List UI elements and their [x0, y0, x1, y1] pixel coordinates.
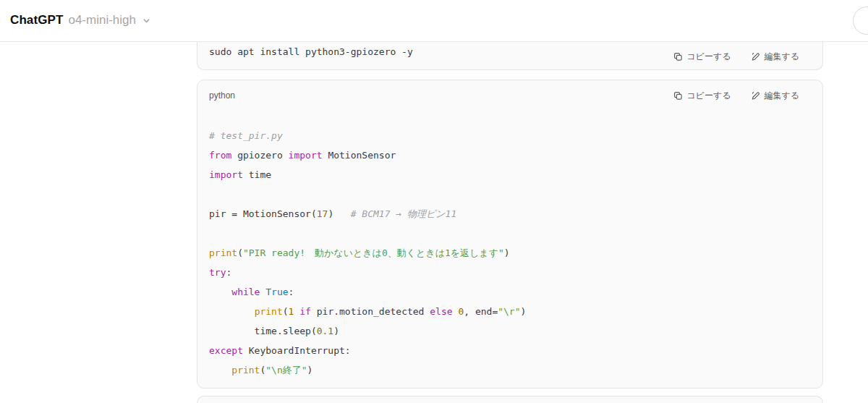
code-line: print("\n終了")	[209, 360, 811, 380]
code-block-next	[197, 396, 823, 403]
code-toolbar: コピーする 編集する	[673, 51, 799, 63]
code-line: try:	[209, 263, 811, 282]
code-line: time.sleep(0.1)	[209, 321, 811, 341]
top-bar: ChatGPT o4-mini-high	[0, 0, 868, 42]
code-line: from gpiozero import MotionSensor	[209, 145, 811, 165]
model-selector[interactable]: ChatGPT o4-mini-high	[10, 11, 151, 30]
edit-button[interactable]: 編集する	[751, 51, 799, 63]
code-line	[209, 224, 811, 243]
edit-button[interactable]: 編集する	[751, 90, 799, 102]
code-block-python: python コピーする 編集する # test_pir.pyfrom gpio…	[197, 80, 823, 389]
copy-label: コピーする	[686, 90, 731, 102]
python-code-content: # test_pir.pyfrom gpiozero import Motion…	[209, 126, 811, 380]
bash-code: sudo apt install python3-gpiozero -y	[209, 46, 413, 57]
code-line	[209, 184, 811, 204]
code-toolbar: コピーする 編集する	[673, 90, 799, 102]
edit-label: 編集する	[764, 90, 799, 102]
edit-pencil-icon	[751, 91, 760, 101]
code-line: while True:	[209, 282, 811, 302]
copy-icon	[673, 52, 683, 61]
language-label: python	[209, 90, 235, 101]
copy-icon	[673, 91, 683, 101]
code-line: # test_pir.py	[209, 126, 811, 145]
copy-button[interactable]: コピーする	[673, 51, 731, 63]
copy-button[interactable]: コピーする	[673, 90, 731, 102]
code-line: pir = MotionSensor(17) # BCM17 → 物理ピン11	[209, 204, 811, 224]
app-title: ChatGPT	[10, 11, 63, 30]
chevron-down-icon	[142, 16, 151, 25]
code-line: except KeyboardInterrupt:	[209, 341, 811, 360]
edit-pencil-icon	[751, 52, 760, 61]
model-name: o4-mini-high	[68, 11, 136, 30]
code-block-bash: sudo apt install python3-gpiozero -y コピー…	[197, 41, 823, 70]
copy-label: コピーする	[686, 51, 731, 63]
code-line: print(1 if pir.motion_detected else 0, e…	[209, 302, 811, 321]
edit-label: 編集する	[764, 51, 799, 63]
code-line: print("PIR ready! 動かないときは0、動くときは1を返します")	[209, 243, 811, 263]
code-line: import time	[209, 165, 811, 184]
